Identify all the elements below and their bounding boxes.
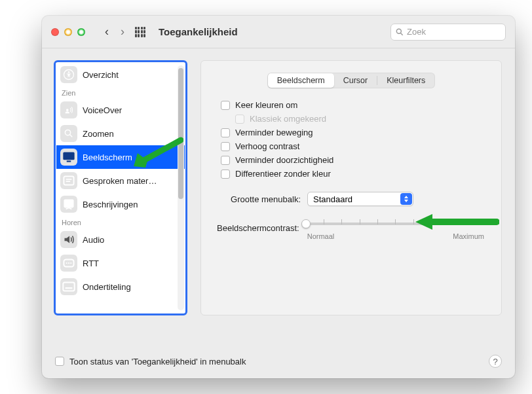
- sidebar-item-gesproken[interactable]: Gesproken mater…: [56, 169, 185, 192]
- zoom-icon: [60, 125, 77, 142]
- sidebar-item-zoomen[interactable]: Zoomen: [56, 122, 185, 145]
- contrast-row: Beeldschermcontrast: Normaal Maximum: [217, 218, 485, 240]
- svg-rect-8: [67, 160, 71, 162]
- checkbox-reduce-motion[interactable]: Verminder beweging: [221, 128, 485, 137]
- sidebar-item-label: Beschrijvingen: [83, 200, 138, 209]
- captions-icon: [60, 278, 77, 295]
- maximize-button[interactable]: [77, 28, 85, 36]
- window-title: Toegankelijkheid: [159, 26, 238, 37]
- contrast-label: Beeldschermcontrast:: [217, 223, 299, 233]
- contrast-slider[interactable]: [306, 218, 485, 230]
- checkbox-group: Keer kleuren om Klassiek omgekeerd Vermi…: [221, 100, 485, 179]
- sidebar-item-overzicht[interactable]: Overzicht: [56, 63, 185, 86]
- checkbox-label: Toon status van 'Toegankelijkheid' in me…: [69, 357, 246, 367]
- spoken-content-icon: [60, 172, 77, 189]
- search-icon: [395, 27, 404, 37]
- close-button[interactable]: [51, 28, 59, 36]
- menubar-size-row: Grootte menubalk: Standaard: [217, 192, 485, 206]
- svg-rect-18: [66, 287, 73, 289]
- checkbox-classic-invert: Klassiek omgekeerd: [235, 114, 485, 124]
- svg-rect-9: [64, 177, 73, 185]
- svg-point-14: [66, 262, 67, 264]
- show-all-icon[interactable]: [135, 27, 145, 37]
- search-input[interactable]: [407, 27, 501, 37]
- window-body: Overzicht Zien VoiceOver Zoomen: [42, 48, 515, 348]
- rtt-icon: [60, 255, 77, 272]
- titlebar: ‹ › Toegankelijkheid: [42, 16, 515, 48]
- svg-rect-17: [63, 283, 74, 291]
- slider-max-label: Maximum: [453, 232, 484, 240]
- section-zien: Zien: [56, 86, 185, 98]
- accessibility-window: ‹ › Toegankelijkheid Overzicht: [42, 16, 515, 378]
- svg-point-0: [396, 29, 401, 33]
- checkbox-label: Verminder beweging: [235, 128, 313, 137]
- descriptions-icon: [60, 196, 77, 213]
- svg-line-1: [400, 33, 402, 35]
- section-horen: Horen: [56, 216, 185, 228]
- chevron-updown-icon: [400, 193, 412, 205]
- checkbox-invert-colors[interactable]: Keer kleuren om: [221, 100, 485, 110]
- sidebar-item-label: Ondertiteling: [83, 282, 131, 292]
- sidebar-item-label: Audio: [83, 235, 104, 245]
- svg-rect-12: [64, 199, 73, 207]
- tab-kleurfilters[interactable]: Kleurfilters: [377, 73, 434, 88]
- voiceover-icon: [60, 101, 77, 118]
- menubar-size-select[interactable]: Standaard: [307, 192, 413, 206]
- checkbox-label: Verminder doorzichtigheid: [235, 155, 333, 165]
- tab-beeldscherm[interactable]: Beeldscherm: [268, 73, 334, 88]
- help-button[interactable]: ?: [489, 355, 502, 368]
- select-value: Standaard: [313, 194, 352, 204]
- forward-button[interactable]: ›: [121, 25, 124, 39]
- settings-panel: Beeldscherm Cursor Kleurfilters Keer kle…: [200, 60, 502, 315]
- slider-thumb[interactable]: [301, 219, 311, 228]
- svg-rect-7: [63, 152, 74, 160]
- svg-point-16: [70, 262, 71, 264]
- sidebar-item-audio[interactable]: Audio: [56, 228, 185, 251]
- svg-point-5: [65, 130, 70, 135]
- display-icon: [60, 149, 77, 166]
- sidebar-scrollbar[interactable]: [178, 65, 184, 310]
- checkbox-label: Keer kleuren om: [235, 100, 297, 110]
- nav-buttons: ‹ ›: [105, 25, 124, 39]
- sidebar-item-beschrijvingen[interactable]: Beschrijvingen: [56, 192, 185, 216]
- sidebar-item-label: Overzicht: [83, 70, 119, 80]
- sidebar: Overzicht Zien VoiceOver Zoomen: [54, 60, 187, 315]
- tab-cursor[interactable]: Cursor: [334, 73, 377, 88]
- audio-icon: [60, 231, 77, 248]
- sidebar-item-label: Zoomen: [83, 129, 114, 139]
- sidebar-scroll-thumb[interactable]: [178, 68, 183, 199]
- checkbox-differentiate[interactable]: Differentieer zonder kleur: [221, 169, 485, 179]
- svg-line-6: [70, 135, 73, 137]
- checkbox-label: Verhoog contrast: [235, 141, 299, 151]
- svg-point-4: [66, 109, 69, 111]
- sidebar-item-label: Gesproken mater…: [83, 176, 157, 186]
- sidebar-item-voiceover[interactable]: VoiceOver: [56, 98, 185, 122]
- svg-point-15: [68, 262, 69, 264]
- checkbox-increase-contrast[interactable]: Verhoog contrast: [221, 141, 485, 151]
- footer: Toon status van 'Toegankelijkheid' in me…: [42, 348, 515, 378]
- checkbox-label: Differentieer zonder kleur: [235, 169, 331, 179]
- menubar-size-label: Grootte menubalk:: [217, 194, 301, 204]
- search-field[interactable]: [390, 24, 506, 41]
- checkbox-label: Klassiek omgekeerd: [250, 114, 326, 124]
- accessibility-icon: [60, 66, 77, 83]
- sidebar-item-beeldscherm[interactable]: Beeldscherm: [56, 145, 185, 169]
- checkbox-reduce-transparency[interactable]: Verminder doorzichtigheid: [221, 155, 485, 165]
- checkbox-show-status[interactable]: Toon status van 'Toegankelijkheid' in me…: [55, 357, 246, 367]
- sidebar-item-label: VoiceOver: [83, 105, 122, 115]
- sidebar-item-label: RTT: [83, 259, 99, 268]
- back-button[interactable]: ‹: [105, 25, 109, 39]
- minimize-button[interactable]: [64, 28, 72, 36]
- sidebar-item-label: Beeldscherm: [83, 152, 132, 162]
- sidebar-item-ondertiteling[interactable]: Ondertiteling: [56, 275, 185, 298]
- window-controls: [51, 28, 85, 36]
- slider-min-label: Normaal: [307, 232, 335, 240]
- svg-point-3: [68, 71, 70, 73]
- sidebar-item-rtt[interactable]: RTT: [56, 251, 185, 275]
- segmented-tabs: Beeldscherm Cursor Kleurfilters: [267, 73, 436, 88]
